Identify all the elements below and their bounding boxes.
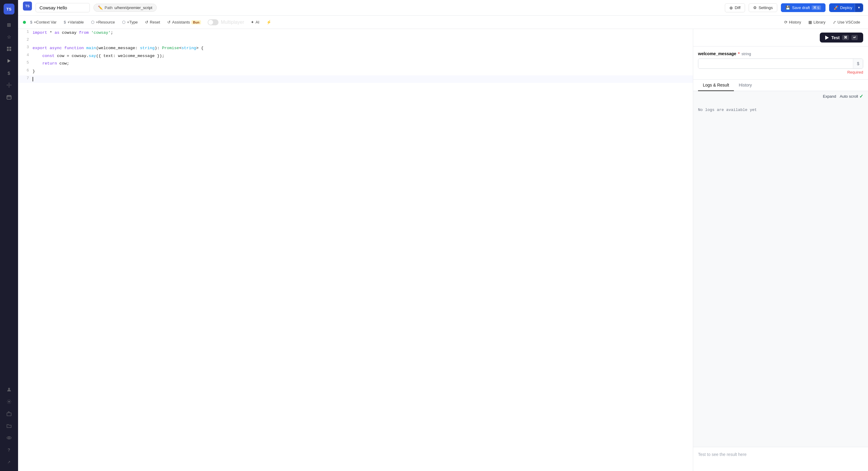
tab-history[interactable]: History: [734, 80, 757, 91]
variable-button[interactable]: $ +Variable: [61, 19, 87, 26]
sidebar-item-deploy[interactable]: [4, 56, 14, 66]
line-2: 2: [18, 37, 693, 45]
assistants-button[interactable]: ↺ Assistants Bun: [164, 19, 204, 26]
param-name: welcome_message: [698, 51, 736, 56]
line-6: 6 }: [18, 67, 693, 76]
save-icon: 💾: [785, 5, 790, 10]
test-kbd2: ↵: [851, 35, 858, 40]
context-var-button[interactable]: $ +Context Var: [27, 19, 60, 26]
svg-rect-1: [9, 47, 11, 49]
deploy-icon: 🚀: [834, 5, 838, 10]
line-4: 4 const cow = cowsay.say({ text: welcome…: [18, 52, 693, 60]
param-dollar-icon: $: [853, 59, 863, 68]
sidebar-item-eye[interactable]: [4, 433, 14, 443]
sidebar-item-expand[interactable]: ↗: [4, 457, 14, 467]
code-editor[interactable]: 1 import * as cowsay from 'cowsay'; 2 3 …: [18, 29, 693, 471]
svg-point-17: [7, 437, 11, 439]
variable-icon: $: [64, 20, 66, 24]
ai-icon: ✦: [251, 20, 254, 24]
status-dot: [23, 21, 26, 24]
sidebar-item-home[interactable]: ⊞: [4, 19, 14, 30]
svg-point-15: [8, 401, 10, 403]
line-1: 1 import * as cowsay from 'cowsay';: [18, 29, 693, 37]
tab-logs-result[interactable]: Logs & Result: [698, 80, 734, 91]
deploy-caret[interactable]: ▾: [855, 4, 863, 12]
no-logs-text: No logs are available yet: [693, 101, 868, 447]
sidebar-item-dashboard[interactable]: [4, 43, 14, 54]
type-icon: ⬡: [122, 20, 125, 24]
path-pill[interactable]: ✏️ Path u/henri/premier_script: [93, 4, 157, 12]
param-type: string: [741, 52, 751, 56]
save-kbd-hint: ⌘ S: [812, 5, 821, 10]
param-label: welcome_message * string: [698, 51, 863, 56]
result-tabs: Logs & Result History: [693, 80, 868, 91]
edit-icon: ✏️: [98, 5, 103, 10]
svg-rect-2: [7, 49, 9, 51]
sidebar-item-briefcase[interactable]: [4, 408, 14, 419]
deploy-group: 🚀 Deploy ▾: [829, 3, 863, 12]
ai-button[interactable]: ✦ AI: [248, 19, 262, 26]
params-section: welcome_message * string $ Required: [693, 47, 868, 80]
resource-icon: ⬡: [91, 20, 94, 24]
auto-scroll-group: Auto scroll ✓: [840, 93, 863, 99]
svg-point-5: [8, 84, 10, 86]
reset-button[interactable]: ↺ Reset: [142, 19, 163, 26]
line-3: 3 export async function main(welcome_mes…: [18, 44, 693, 52]
expand-button[interactable]: Expand: [823, 94, 836, 98]
deploy-button[interactable]: 🚀 Deploy: [830, 4, 855, 12]
resource-button[interactable]: ⬡ +Resource: [88, 19, 118, 26]
sidebar-item-help[interactable]: ?: [4, 444, 14, 455]
sidebar-item-settings[interactable]: [4, 396, 14, 407]
history-icon: ⟳: [784, 20, 787, 24]
editor-panel: 1 import * as cowsay from 'cowsay'; 2 3 …: [18, 29, 868, 471]
sidebar-item-star[interactable]: ☆: [4, 31, 14, 42]
svg-point-18: [8, 437, 10, 438]
settings-button[interactable]: ⚙ Settings: [749, 3, 777, 12]
test-kbd: ⌘: [842, 35, 849, 40]
topbar: TS ✏️ Path u/henri/premier_script ⊕ Diff…: [18, 0, 868, 16]
toolbar: $ +Context Var $ +Variable ⬡ +Resource ⬡…: [18, 16, 868, 29]
svg-point-8: [7, 85, 7, 86]
auto-scroll-label: Auto scroll: [840, 94, 858, 98]
auto-scroll-check-icon: ✓: [859, 93, 863, 99]
history-button[interactable]: ⟳ History: [781, 19, 804, 26]
param-input[interactable]: [698, 59, 853, 68]
sidebar-item-folder[interactable]: [4, 420, 14, 431]
sidebar-item-calendar[interactable]: [4, 92, 14, 102]
svg-point-14: [8, 388, 10, 390]
result-placeholder: Test to see the result here: [698, 452, 747, 457]
svg-rect-0: [7, 47, 9, 49]
settings-icon: ⚙: [753, 5, 757, 10]
dollar-icon: $: [30, 20, 32, 24]
reset-icon: ↺: [145, 20, 148, 24]
multiplayer-toggle-group: Multiplayer: [208, 19, 244, 25]
sidebar-item-users[interactable]: [4, 384, 14, 395]
vscode-button[interactable]: ⤤ Use VSCode: [830, 19, 863, 26]
svg-point-9: [10, 85, 11, 86]
vscode-icon: ⤤: [833, 20, 836, 24]
lightning-button[interactable]: ⚡: [264, 19, 274, 26]
play-icon: [825, 36, 829, 40]
multiplayer-label: Multiplayer: [221, 20, 244, 25]
type-button[interactable]: ⬡ +Type: [119, 19, 141, 26]
multiplayer-toggle[interactable]: [208, 19, 218, 25]
library-button[interactable]: ▦ Library: [805, 19, 829, 26]
test-button[interactable]: Test ⌘ ↵: [820, 33, 863, 42]
bun-badge: Bun: [191, 20, 201, 24]
diff-button[interactable]: ⊕ Diff: [725, 3, 745, 12]
svg-rect-3: [9, 49, 11, 51]
save-draft-button[interactable]: 💾 Save draft ⌘ S: [781, 3, 826, 12]
script-name-input[interactable]: [36, 3, 90, 12]
required-star: *: [738, 51, 740, 56]
svg-marker-4: [7, 59, 10, 63]
library-icon: ▦: [808, 20, 812, 24]
ts-logo: TS: [23, 1, 32, 10]
lightning-icon: ⚡: [267, 20, 271, 24]
sidebar-logo[interactable]: TS: [4, 4, 14, 14]
test-header: Test ⌘ ↵: [693, 29, 868, 47]
param-input-row: $: [698, 59, 863, 69]
line-5: 5 return cow;: [18, 60, 693, 67]
sidebar: TS ⊞ ☆ $ ? ↗: [0, 0, 18, 471]
sidebar-item-integrations[interactable]: [4, 80, 14, 90]
sidebar-item-billing[interactable]: $: [4, 67, 14, 79]
